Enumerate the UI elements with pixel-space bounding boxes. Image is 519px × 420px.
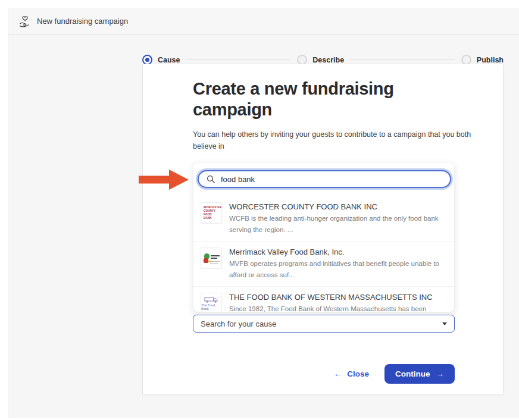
campaign-card: Create a new fundraising campaign You ca… [142, 64, 504, 395]
actions-row: ← Close Continue → [193, 364, 455, 384]
result-merrimack-valley-food-bank[interactable]: Merrimack Valley Food Bank, Inc. MVFB op… [193, 241, 454, 286]
close-label: Close [347, 369, 369, 378]
food-bank-western-massachusetts-logo: The Food Bank [201, 293, 222, 312]
result-food-bank-western-massachusetts[interactable]: The Food Bank THE FOOD BANK OF WESTERN M… [193, 286, 454, 312]
top-bar: New fundraising campaign [8, 8, 519, 35]
logo-text: The Food Bank [201, 303, 221, 311]
close-button[interactable]: ← Close [334, 369, 369, 378]
merrimack-valley-food-bank-logo [201, 247, 222, 269]
cause-select-value: Search for your cause [201, 319, 276, 328]
left-arrow-icon: ← [334, 369, 342, 378]
cause-select[interactable]: Search for your cause [193, 315, 455, 333]
hand-heart-icon [18, 15, 32, 27]
page: New fundraising campaign Cause Describe … [0, 0, 519, 420]
result-name: Merrimack Valley Food Bank, Inc. [229, 247, 446, 256]
result-name: THE FOOD BANK OF WESTERN MASSACHUSETTS I… [229, 293, 446, 302]
cause-search-field[interactable] [198, 170, 451, 188]
logo-text-line: BANK [204, 217, 222, 220]
app-window: New fundraising campaign Cause Describe … [8, 8, 519, 418]
worcester-county-food-bank-logo: WORCESTER COUNTY FOOD BANK [201, 202, 222, 224]
right-arrow-icon: → [436, 369, 445, 378]
truck-icon [204, 296, 218, 303]
search-icon [207, 175, 215, 184]
result-description: MVFB operates programs and initiatives t… [229, 258, 446, 281]
step-label: Cause [158, 56, 180, 64]
annotation-arrow-icon [139, 170, 189, 190]
result-name: WORCESTER COUNTY FOOD BANK INC [229, 202, 446, 211]
search-results-list: WORCESTER COUNTY FOOD BANK WORCES [193, 196, 454, 312]
cause-search-dropdown: WORCESTER COUNTY FOOD BANK WORCES [193, 162, 455, 312]
search-input[interactable] [221, 175, 442, 184]
chevron-down-icon [442, 322, 447, 325]
continue-label: Continue [395, 369, 430, 378]
result-description: WCFB is the leading anti-hunger organiza… [229, 213, 446, 236]
step-label: Describe [312, 56, 344, 64]
result-description: Since 1982, The Food Bank of Western Mas… [229, 303, 446, 312]
stepper-connector [187, 59, 291, 60]
stepper-connector [351, 59, 455, 60]
card-title: Create a new fundraising campaign [193, 79, 425, 121]
page-title: New fundraising campaign [37, 17, 128, 26]
continue-button[interactable]: Continue → [384, 364, 455, 384]
step-label: Publish [477, 56, 504, 64]
result-worcester-county-food-bank[interactable]: WORCESTER COUNTY FOOD BANK WORCES [193, 196, 454, 241]
card-subtitle: You can help others by inviting your gue… [193, 128, 493, 153]
